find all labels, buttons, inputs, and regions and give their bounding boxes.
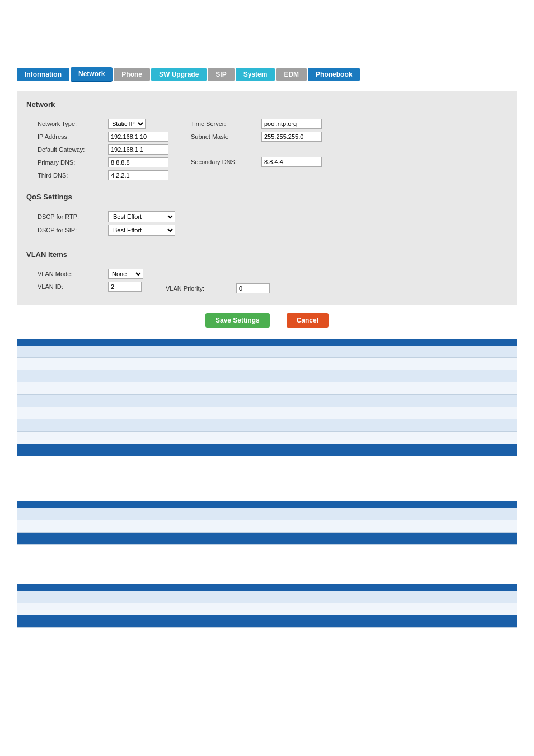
table-row: [17, 358, 517, 370]
dscp-rtp-select[interactable]: Best Effort EF AF41: [108, 211, 175, 222]
table3-row1-col2: [140, 591, 517, 603]
vlan-priority-label: VLAN Priority:: [166, 285, 233, 292]
table-row: [17, 382, 517, 395]
table-footer-row: [17, 533, 517, 545]
table1-row3-col1: [17, 370, 140, 382]
vlan-form: VLAN Mode: None 802.1Q VLAN ID: VLAN Pri…: [26, 264, 508, 298]
page-wrapper: Information Network Phone SW Upgrade SIP…: [0, 0, 534, 650]
tab-system[interactable]: System: [236, 68, 275, 81]
dscp-rtp-label: DSCP for RTP:: [38, 213, 105, 220]
table1-row2-col2: [140, 358, 517, 370]
vlan-priority-input[interactable]: [236, 283, 270, 293]
default-gateway-input[interactable]: [108, 144, 168, 155]
subnet-mask-input[interactable]: [261, 132, 322, 142]
network-right-col: Time Server: Subnet Mask: Secondary DNS:: [191, 119, 322, 180]
ip-address-row: IP Address:: [38, 132, 168, 142]
data-table-1: [17, 339, 517, 456]
vlan-right-col: VLAN Priority:: [166, 269, 270, 293]
tab-phonebook[interactable]: Phonebook: [308, 68, 360, 81]
secondary-dns-row: Secondary DNS:: [191, 157, 322, 167]
vlan-priority-row: VLAN Priority:: [166, 283, 270, 293]
table-footer-row: [17, 444, 517, 456]
tab-sip[interactable]: SIP: [208, 68, 234, 81]
third-dns-input[interactable]: [108, 170, 168, 180]
third-dns-label: Third DNS:: [38, 172, 105, 179]
network-section-title: Network: [26, 100, 508, 109]
data-table-2: [17, 501, 517, 545]
table1-row6-col1: [17, 407, 140, 419]
third-dns-row: Third DNS:: [38, 170, 168, 180]
table2-footer: [17, 533, 517, 545]
table1-row4-col1: [17, 382, 140, 395]
table1-row3-col2: [140, 370, 517, 382]
data-table-3: [17, 584, 517, 628]
default-gateway-label: Default Gateway:: [38, 146, 105, 153]
vlan-section-title: VLAN Items: [26, 250, 508, 259]
table3-row1-col1: [17, 591, 140, 603]
table-row: [17, 603, 517, 615]
default-gateway-row: Default Gateway:: [38, 144, 168, 155]
tab-edm[interactable]: EDM: [276, 68, 307, 81]
table1-row1-col2: [140, 346, 517, 358]
table1-row6-col2: [140, 407, 517, 419]
table1-col2-header: [140, 339, 517, 346]
network-left-col: Network Type: Static IP DHCP IP Address:…: [38, 119, 168, 180]
ip-address-input[interactable]: [108, 132, 168, 142]
table2-row1-col2: [140, 508, 517, 520]
network-form: Network Type: Static IP DHCP IP Address:…: [26, 114, 508, 185]
table1-row2-col1: [17, 358, 140, 370]
network-type-row: Network Type: Static IP DHCP: [38, 119, 168, 129]
vlan-id-label: VLAN ID:: [38, 283, 105, 290]
table-row: [17, 419, 517, 432]
dscp-sip-row: DSCP for SIP: Best Effort EF AF41: [38, 225, 496, 236]
network-type-label: Network Type:: [38, 120, 105, 127]
lower-section-3: [17, 584, 517, 628]
primary-dns-input[interactable]: [108, 157, 168, 167]
table3-row2-col1: [17, 603, 140, 615]
button-row: Save Settings Cancel: [17, 313, 517, 328]
nav-tabs: Information Network Phone SW Upgrade SIP…: [17, 67, 517, 82]
network-type-select[interactable]: Static IP DHCP: [108, 119, 146, 129]
table3-col1-header: [17, 585, 140, 591]
vlan-mode-label: VLAN Mode:: [38, 270, 105, 277]
tab-sw-upgrade[interactable]: SW Upgrade: [151, 68, 207, 81]
table2-row2-col2: [140, 520, 517, 533]
time-server-label: Time Server:: [191, 120, 258, 127]
vlan-id-input[interactable]: [108, 282, 142, 292]
vlan-left-col: VLAN Mode: None 802.1Q VLAN ID:: [38, 269, 143, 293]
table1-row8-col1: [17, 432, 140, 444]
table1-row5-col1: [17, 395, 140, 407]
table-row: [17, 591, 517, 603]
spacer-2: [17, 556, 517, 573]
table-row: [17, 346, 517, 358]
dscp-sip-label: DSCP for SIP:: [38, 227, 105, 234]
cancel-button[interactable]: Cancel: [287, 313, 329, 328]
table2-col2-header: [140, 502, 517, 508]
tab-phone[interactable]: Phone: [114, 68, 150, 81]
time-server-input[interactable]: [261, 119, 322, 129]
secondary-dns-input[interactable]: [261, 157, 322, 167]
lower-section-2: [17, 501, 517, 545]
table3-row2-col2: [140, 603, 517, 615]
table2-row1-col1: [17, 508, 140, 520]
table-row: [17, 407, 517, 419]
table2-col1-header: [17, 502, 140, 508]
table1-row5-col2: [140, 395, 517, 407]
qos-section-title: QoS Settings: [26, 193, 508, 201]
table-row: [17, 370, 517, 382]
primary-dns-label: Primary DNS:: [38, 159, 105, 166]
tab-network[interactable]: Network: [71, 67, 113, 82]
time-server-row: Time Server:: [191, 119, 322, 129]
table1-row7-col1: [17, 419, 140, 432]
table1-row4-col2: [140, 382, 517, 395]
subnet-mask-label: Subnet Mask:: [191, 133, 258, 140]
vlan-mode-row: VLAN Mode: None 802.1Q: [38, 269, 143, 279]
dscp-sip-select[interactable]: Best Effort EF AF41: [108, 225, 175, 236]
table3-footer: [17, 615, 517, 628]
save-settings-button[interactable]: Save Settings: [205, 313, 270, 328]
table-row: [17, 432, 517, 444]
tab-information[interactable]: Information: [17, 68, 69, 81]
vlan-mode-select[interactable]: None 802.1Q: [108, 269, 143, 279]
subnet-mask-row: Subnet Mask:: [191, 132, 322, 142]
table-row: [17, 508, 517, 520]
